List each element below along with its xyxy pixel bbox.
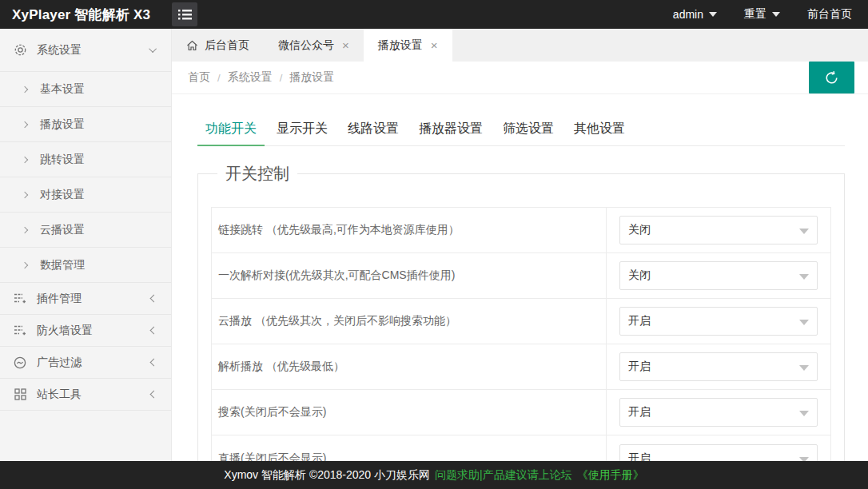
sidebar-group-firewall-settings[interactable]: 防火墙设置: [0, 315, 171, 347]
option-label: 一次解析对接(优先级其次,可配合CMS插件使用): [212, 253, 606, 298]
table-row: 一次解析对接(优先级其次,可配合CMS插件使用) 关闭: [212, 253, 830, 299]
option-label: 云播放 （优先级其次，关闭后不影响搜索功能）: [212, 299, 606, 344]
chevron-down-icon: [799, 274, 809, 280]
sidebar-item-label: 跳转设置: [40, 153, 85, 167]
sidebar-item-play-settings[interactable]: 播放设置: [0, 107, 171, 142]
close-icon[interactable]: ×: [431, 38, 438, 52]
sidebar-group-label: 插件管理: [37, 292, 151, 306]
parse-play-select[interactable]: 开启: [619, 352, 818, 381]
list-plus-icon: [12, 324, 28, 336]
tab-admin-home[interactable]: 后台首页: [172, 29, 264, 62]
chevron-right-icon: [22, 85, 28, 92]
list-plus-icon: [12, 292, 28, 304]
tab-filter-settings[interactable]: 筛选设置: [495, 113, 562, 145]
table-row: 云播放 （优先级其次，关闭后不影响搜索功能） 开启: [212, 299, 830, 344]
tab-function-switch[interactable]: 功能开关: [197, 113, 265, 145]
chevron-down-icon: [709, 12, 717, 17]
settings-tabs: 功能开关 显示开关 线路设置 播放器设置 筛选设置 其他设置: [197, 113, 845, 146]
tab-label: 微信公众号: [278, 38, 334, 53]
tab-label: 后台首页: [205, 38, 249, 53]
chevron-right-icon: [22, 156, 28, 162]
chevron-down-icon: [772, 12, 780, 17]
options-table: 链接跳转 （优先级最高,可作为本地资源库使用） 关闭 一次解析对接(优先级其次,…: [211, 207, 831, 482]
chevron-right-icon: [22, 121, 28, 127]
footer-help-link[interactable]: 问题求助|产品建议请上论坛: [435, 468, 572, 483]
tab-player-settings[interactable]: 播放器设置: [411, 113, 491, 145]
user-menu[interactable]: admin: [673, 8, 717, 21]
option-value-cell: 关闭: [606, 253, 830, 298]
grid-icon: [12, 388, 28, 400]
option-value-cell: 开启: [606, 344, 830, 389]
breadcrumb-separator: /: [280, 72, 283, 84]
table-row: 搜索(关闭后不会显示) 开启: [212, 390, 830, 435]
sidebar-group-webmaster-tools[interactable]: 站长工具: [0, 379, 171, 411]
refresh-button[interactable]: [809, 62, 854, 93]
user-menu-label: admin: [673, 8, 703, 21]
sidebar-group-plugin-management[interactable]: 插件管理: [0, 283, 171, 315]
sidebar-group-label: 系统设置: [37, 43, 151, 58]
switch-control-panel: 开关控制 链接跳转 （优先级最高,可作为本地资源库使用） 关闭 一次解析对接(优…: [197, 163, 845, 489]
sidebar-item-label: 对接设置: [40, 188, 85, 202]
sidebar-item-label: 播放设置: [40, 117, 85, 132]
chevron-down-icon: [799, 411, 809, 416]
app-logo: XyPlayer 智能解析 X3: [0, 6, 172, 24]
frontend-home-link[interactable]: 前台首页: [807, 7, 852, 22]
sidebar-group-ad-filter[interactable]: 广告过滤: [0, 347, 171, 379]
sidebar-item-jump-settings[interactable]: 跳转设置: [0, 142, 171, 177]
tab-play-settings[interactable]: 播放设置 ×: [364, 29, 452, 62]
tab-wechat[interactable]: 微信公众号 ×: [264, 29, 364, 62]
cloud-play-select[interactable]: 开启: [619, 307, 818, 336]
frontend-home-label: 前台首页: [807, 7, 852, 22]
breadcrumb-home[interactable]: 首页: [188, 70, 210, 85]
option-value-cell: 关闭: [606, 208, 830, 252]
option-label: 链接跳转 （优先级最高,可作为本地资源库使用）: [212, 208, 606, 252]
page-content: 功能开关 显示开关 线路设置 播放器设置 筛选设置 其他设置 开关控制 链接跳转…: [172, 113, 868, 489]
breadcrumb-section[interactable]: 系统设置: [228, 70, 273, 85]
reset-menu[interactable]: 重置: [744, 7, 780, 22]
footer-manual-link[interactable]: 《使用手册》: [577, 468, 644, 483]
main-area: 后台首页 微信公众号 × 播放设置 × 首页 / 系统设置 / 播放设置 功能开…: [172, 29, 868, 489]
option-label: 搜索(关闭后不会显示): [212, 390, 606, 435]
option-value-cell: 开启: [606, 299, 830, 344]
sidebar-item-cloudplay-settings[interactable]: 云播设置: [0, 213, 171, 248]
window-tabbar: 后台首页 微信公众号 × 播放设置 ×: [172, 29, 868, 62]
chevron-left-icon: [150, 359, 158, 367]
link-jump-select[interactable]: 关闭: [619, 216, 818, 245]
chevron-right-icon: [22, 261, 28, 268]
search-select[interactable]: 开启: [619, 398, 818, 427]
circle-wave-icon: [12, 356, 28, 369]
chevron-right-icon: [22, 226, 28, 233]
table-row: 链接跳转 （优先级最高,可作为本地资源库使用） 关闭: [212, 208, 830, 253]
tab-other-settings[interactable]: 其他设置: [566, 113, 633, 145]
chevron-right-icon: [22, 191, 28, 197]
select-value: 开启: [628, 405, 651, 419]
breadcrumb-separator: /: [217, 72, 221, 84]
sidebar-group-label: 防火墙设置: [37, 324, 151, 338]
option-label: 解析播放 （优先级最低）: [212, 344, 606, 389]
sidebar-item-basic-settings[interactable]: 基本设置: [0, 72, 171, 107]
tab-label: 播放设置: [378, 38, 423, 53]
topbar-menu: admin 重置 前台首页: [673, 7, 868, 22]
select-value: 开启: [628, 360, 651, 374]
topbar: XyPlayer 智能解析 X3 admin 重置 前台首页: [0, 0, 868, 29]
sidebar-item-data-management[interactable]: 数据管理: [0, 248, 171, 283]
sidebar-item-label: 数据管理: [40, 258, 85, 272]
sidebar-group-system-settings[interactable]: 系统设置: [0, 29, 171, 72]
sidebar-group-label: 站长工具: [37, 388, 151, 402]
tab-display-switch[interactable]: 显示开关: [269, 113, 336, 145]
menu-list-icon: [178, 9, 192, 20]
close-icon[interactable]: ×: [342, 38, 349, 52]
table-row: 解析播放 （优先级最低） 开启: [212, 344, 830, 390]
reset-menu-label: 重置: [744, 7, 766, 22]
select-value: 关闭: [628, 223, 651, 237]
home-icon: [186, 40, 198, 51]
breadcrumb-current: 播放设置: [289, 70, 334, 85]
footer-copyright: Xymov 智能解析 ©2018-2020 小刀娱乐网: [224, 468, 430, 483]
tab-line-settings[interactable]: 线路设置: [340, 113, 407, 145]
sidebar-toggle-button[interactable]: [172, 2, 197, 26]
sidebar: 系统设置 基本设置 播放设置 跳转设置 对接设置 云播设置 数据管理 插件管理: [0, 29, 172, 489]
parse-docking-select[interactable]: 关闭: [619, 261, 818, 290]
chevron-down-icon: [799, 365, 809, 371]
sidebar-item-docking-settings[interactable]: 对接设置: [0, 177, 171, 213]
chevron-down-icon: [799, 320, 809, 325]
